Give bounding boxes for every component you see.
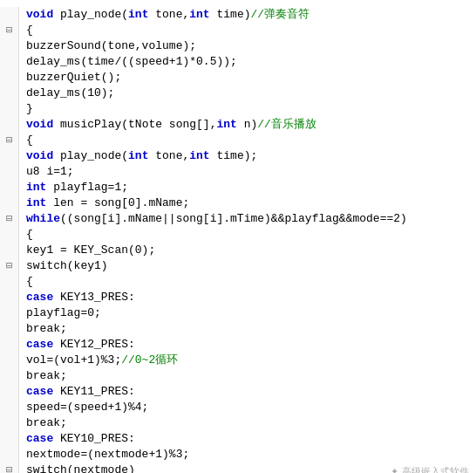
code-token: time) <box>210 8 251 21</box>
line-content: { <box>23 133 476 148</box>
code-token: buzzerQuiet(); <box>26 71 121 84</box>
line-content: case KEY13_PRES: <box>23 290 476 305</box>
line-content: key1 = KEY_Scan(0); <box>23 243 476 258</box>
code-token: { <box>26 24 33 37</box>
line-gutter <box>0 7 19 23</box>
code-line: ⊟{ <box>0 23 476 38</box>
code-token: case <box>26 291 53 304</box>
line-gutter <box>0 353 19 368</box>
code-token: tone, <box>148 149 189 162</box>
code-token: void <box>26 8 53 21</box>
code-token: KEY12_PRES: <box>53 338 135 351</box>
code-token: { <box>26 228 33 241</box>
code-token: { <box>26 275 33 288</box>
line-content: case KEY11_PRES: <box>23 384 476 400</box>
line-gutter: ⊟ <box>0 133 19 148</box>
code-token: delay_ms(10); <box>26 86 114 99</box>
code-line: int len = song[0].mName; <box>0 195 476 211</box>
code-token: int <box>128 149 148 162</box>
line-content: case KEY10_PRES: <box>23 431 476 447</box>
code-token: break; <box>26 322 67 335</box>
line-content: int len = song[0].mName; <box>23 195 476 211</box>
line-gutter <box>0 117 19 133</box>
line-content: break; <box>23 368 476 384</box>
code-line: case KEY13_PRES: <box>0 290 476 305</box>
line-content: vol=(vol+1)%3;//0~2循环 <box>23 353 476 368</box>
code-token: vol=(vol+1)%3; <box>26 353 121 367</box>
code-token: int <box>216 118 236 131</box>
code-line: nextmode=(nextmode+1)%3; <box>0 447 476 463</box>
line-content: break; <box>23 415 476 431</box>
code-token: case <box>26 338 53 351</box>
code-token: KEY13_PRES: <box>53 291 135 304</box>
code-line: case KEY11_PRES: <box>0 384 476 400</box>
code-token: musicPlay(tNote song[], <box>53 118 216 131</box>
code-token: delay_ms(time/((speed+1)*0.5)); <box>26 55 237 68</box>
line-content: speed=(speed+1)%4; <box>23 400 476 415</box>
line-content: u8 i=1; <box>23 164 476 180</box>
line-gutter <box>0 86 19 101</box>
code-line: buzzerSound(tone,volume); <box>0 38 476 54</box>
watermark: ✦ 高级嵌入式软件 <box>391 465 469 473</box>
line-gutter <box>0 195 19 211</box>
line-content: playflag=0; <box>23 305 476 321</box>
code-token: { <box>26 134 33 147</box>
line-content: buzzerQuiet(); <box>23 70 476 86</box>
code-token: switch(key1) <box>26 259 108 272</box>
line-content: { <box>23 227 476 243</box>
code-line: break; <box>0 321 476 337</box>
line-gutter <box>0 321 19 337</box>
code-token: break; <box>26 369 67 382</box>
code-token: //弹奏音符 <box>250 8 309 21</box>
line-gutter <box>0 274 19 290</box>
line-gutter: ⊟ <box>0 463 19 473</box>
line-gutter <box>0 38 19 54</box>
code-token: n) <box>237 118 257 131</box>
line-gutter <box>0 180 19 195</box>
code-line: void play_node(int tone,int time); <box>0 148 476 164</box>
line-content: delay_ms(time/((speed+1)*0.5)); <box>23 54 476 70</box>
line-content: { <box>23 274 476 290</box>
code-token: int <box>189 149 209 162</box>
line-content: delay_ms(10); <box>23 86 476 101</box>
code-line: void play_node(int tone,int time)//弹奏音符 <box>0 7 476 23</box>
code-token: speed=(speed+1)%4; <box>26 401 148 414</box>
code-token: //音乐播放 <box>257 118 316 131</box>
line-gutter <box>0 243 19 258</box>
code-token: break; <box>26 416 67 429</box>
line-gutter: ⊟ <box>0 211 19 227</box>
line-content: int playflag=1; <box>23 180 476 195</box>
code-token: //0~2循环 <box>121 353 178 367</box>
code-line: case KEY12_PRES: <box>0 337 476 353</box>
code-token: case <box>26 432 53 445</box>
line-gutter <box>0 431 19 447</box>
line-content: while((song[i].mName||song[i].mTime)&&pl… <box>23 211 476 227</box>
code-token: int <box>26 196 46 209</box>
code-lines: void play_node(int tone,int time)//弹奏音符⊟… <box>0 7 476 473</box>
line-content: case KEY12_PRES: <box>23 337 476 353</box>
code-token: len = song[0].mName; <box>46 196 189 209</box>
code-line: break; <box>0 415 476 431</box>
line-content: buzzerSound(tone,volume); <box>23 38 476 54</box>
line-gutter <box>0 447 19 463</box>
code-token: time); <box>210 149 258 162</box>
code-token: u8 i=1; <box>26 165 74 178</box>
code-token: play_node( <box>53 8 128 21</box>
code-line: delay_ms(time/((speed+1)*0.5)); <box>0 54 476 70</box>
code-line: break; <box>0 368 476 384</box>
code-token: KEY10_PRES: <box>53 432 135 445</box>
code-token: void <box>26 149 53 162</box>
line-gutter <box>0 368 19 384</box>
code-token: nextmode=(nextmode+1)%3; <box>26 448 189 461</box>
code-token: } <box>26 102 33 115</box>
line-gutter: ⊟ <box>0 258 19 274</box>
code-line: vol=(vol+1)%3;//0~2循环 <box>0 353 476 368</box>
line-gutter <box>0 384 19 400</box>
line-gutter <box>0 70 19 86</box>
line-content: switch(key1) <box>23 258 476 274</box>
line-gutter <box>0 415 19 431</box>
code-line: delay_ms(10); <box>0 86 476 101</box>
line-content: nextmode=(nextmode+1)%3; <box>23 447 476 463</box>
code-token: playflag=0; <box>26 306 101 319</box>
code-line: u8 i=1; <box>0 164 476 180</box>
